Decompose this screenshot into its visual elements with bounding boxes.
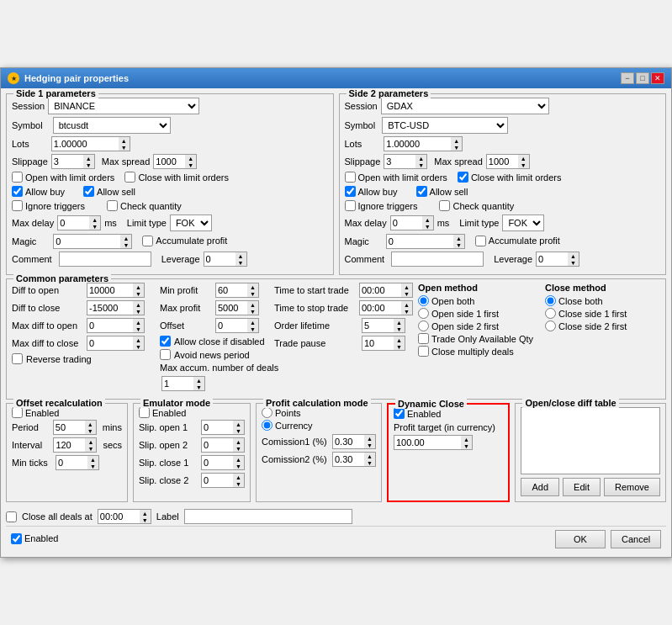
slip-open2-up[interactable]: ▲ (233, 438, 244, 445)
commission2-up[interactable]: ▲ (364, 453, 375, 459)
slip-close1-input[interactable] (201, 455, 233, 470)
global-enabled-check[interactable] (11, 533, 22, 544)
side1-slippage-down[interactable]: ▼ (83, 162, 94, 168)
minimize-button[interactable]: − (621, 72, 634, 84)
side2-comment-input[interactable] (391, 252, 484, 267)
close-side1-radio[interactable] (545, 308, 556, 319)
slip-close1-up[interactable]: ▲ (233, 456, 244, 463)
max-accum-down[interactable]: ▼ (193, 384, 204, 390)
side2-allow-sell-check[interactable] (416, 186, 427, 197)
close-both-radio[interactable] (545, 295, 556, 306)
side1-maxdelay-up[interactable]: ▲ (89, 216, 100, 223)
maximize-button[interactable]: □ (636, 72, 649, 84)
trade-only-qty-check[interactable] (418, 333, 429, 344)
side1-close-limit-check[interactable] (124, 172, 135, 183)
side2-leverage-up[interactable]: ▲ (568, 252, 579, 259)
min-profit-down[interactable]: ▼ (247, 290, 258, 297)
side1-comment-input[interactable] (59, 252, 151, 267)
diff-close-down[interactable]: ▼ (133, 308, 144, 315)
time-stop-up[interactable]: ▲ (401, 301, 412, 308)
side1-maxdelay-down[interactable]: ▼ (89, 223, 100, 230)
order-lifetime-down[interactable]: ▼ (394, 326, 405, 332)
side1-accum-profit-check[interactable] (142, 236, 153, 246)
close-multiply-check[interactable] (418, 346, 429, 357)
diff-open-down[interactable]: ▼ (133, 290, 144, 297)
open-side2-radio[interactable] (418, 320, 429, 331)
close-all-time-input[interactable] (98, 509, 140, 524)
close-all-time-down[interactable]: ▼ (140, 516, 151, 523)
offset-down[interactable]: ▼ (247, 326, 258, 332)
side1-magic-up[interactable]: ▲ (120, 235, 131, 241)
side2-session-select[interactable]: GDAX (381, 98, 549, 114)
close-all-time-up[interactable]: ▲ (140, 510, 151, 516)
side1-slippage-input[interactable] (51, 154, 83, 169)
side1-magic-input[interactable] (53, 234, 120, 249)
add-button[interactable]: Add (521, 478, 559, 496)
side1-maxdelay-input[interactable] (57, 215, 89, 230)
side2-ignore-triggers-check[interactable] (345, 200, 356, 211)
close-side2-radio[interactable] (545, 320, 556, 331)
offset-interval-up[interactable]: ▲ (85, 438, 96, 445)
close-all-check[interactable] (6, 511, 17, 522)
profit-currency-radio[interactable] (262, 420, 273, 431)
commission2-down[interactable]: ▼ (364, 459, 375, 466)
profit-target-input[interactable] (394, 435, 461, 450)
label-input[interactable] (184, 509, 352, 524)
side1-allow-sell-check[interactable] (83, 186, 94, 197)
max-diff-open-down[interactable]: ▼ (133, 326, 144, 332)
max-profit-up[interactable]: ▲ (247, 301, 258, 308)
side1-leverage-input[interactable] (204, 252, 235, 267)
avoid-news-check[interactable] (160, 349, 171, 360)
slip-close1-down[interactable]: ▼ (233, 463, 244, 469)
side1-magic-down[interactable]: ▼ (120, 241, 131, 248)
side1-open-limit-check[interactable] (12, 172, 23, 183)
open-both-radio[interactable] (418, 295, 429, 306)
slip-close2-input[interactable] (201, 473, 233, 488)
min-profit-input[interactable] (215, 283, 247, 298)
side2-accum-profit-check[interactable] (475, 236, 486, 246)
side2-lots-down[interactable]: ▼ (451, 144, 462, 151)
offset-minticks-input[interactable] (56, 455, 87, 470)
side1-slippage-up[interactable]: ▲ (83, 155, 94, 162)
side1-check-qty-check[interactable] (107, 200, 118, 211)
max-diff-close-input[interactable] (87, 336, 133, 351)
side1-lots-input[interactable] (51, 136, 119, 151)
close-button[interactable]: ✕ (651, 72, 664, 84)
side1-session-select[interactable]: BINANCE (48, 98, 199, 114)
slip-close2-down[interactable]: ▼ (233, 480, 244, 487)
side1-leverage-up[interactable]: ▲ (235, 252, 246, 259)
max-accum-input[interactable] (161, 376, 193, 391)
time-start-up[interactable]: ▲ (401, 283, 412, 290)
side1-lots-up[interactable]: ▲ (119, 137, 130, 144)
ok-button[interactable]: OK (555, 530, 606, 548)
dynamic-enabled-check[interactable] (394, 408, 405, 419)
slip-open2-down[interactable]: ▼ (233, 445, 244, 452)
side1-maxspread-up[interactable]: ▲ (185, 155, 196, 162)
time-start-down[interactable]: ▼ (401, 290, 412, 297)
offset-input[interactable] (215, 318, 247, 333)
slip-open1-up[interactable]: ▲ (233, 421, 244, 427)
side2-lots-up[interactable]: ▲ (451, 137, 462, 144)
side2-maxspread-up[interactable]: ▲ (518, 155, 529, 162)
trade-pause-down[interactable]: ▼ (394, 343, 405, 350)
side2-magic-input[interactable] (386, 234, 453, 249)
diff-close-input[interactable] (87, 300, 133, 315)
diff-close-up[interactable]: ▲ (133, 301, 144, 308)
commission1-input[interactable] (332, 434, 364, 449)
offset-interval-down[interactable]: ▼ (85, 445, 96, 452)
time-stop-down[interactable]: ▼ (401, 308, 412, 315)
max-diff-close-up[interactable]: ▲ (133, 336, 144, 343)
remove-button[interactable]: Remove (604, 478, 660, 496)
offset-period-input[interactable] (53, 420, 85, 435)
side2-maxdelay-down[interactable]: ▼ (422, 223, 433, 230)
order-lifetime-up[interactable]: ▲ (394, 319, 405, 326)
side2-slippage-input[interactable] (384, 154, 415, 169)
max-profit-input[interactable] (215, 300, 247, 315)
profit-target-down[interactable]: ▼ (461, 442, 472, 449)
reverse-trading-check[interactable] (12, 353, 23, 364)
max-diff-open-input[interactable] (87, 318, 133, 333)
side2-allow-buy-check[interactable] (345, 186, 356, 197)
side2-magic-up[interactable]: ▲ (453, 235, 464, 241)
side2-open-limit-check[interactable] (345, 172, 356, 183)
side2-maxdelay-up[interactable]: ▲ (422, 216, 433, 223)
